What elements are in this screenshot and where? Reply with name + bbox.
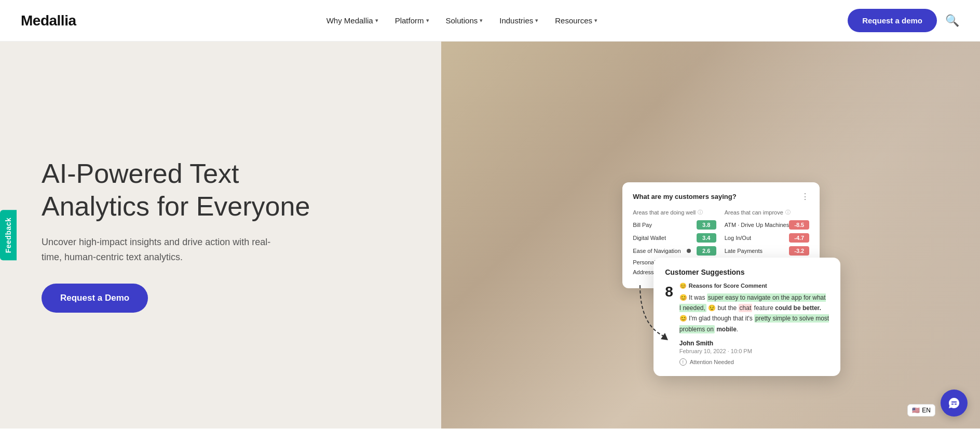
search-button[interactable]: 🔍	[945, 14, 959, 28]
nav-item-solutions[interactable]: Solutions ▾	[440, 12, 489, 29]
arrow-connector	[630, 285, 671, 347]
metric-row: Digital Wallet 3.4	[633, 233, 716, 243]
chevron-down-icon: ▾	[594, 17, 597, 24]
nav-item-platform[interactable]: Platform ▾	[389, 12, 435, 29]
analytics-card-header: What are my customers saying? ⋮	[633, 192, 809, 202]
flag-icon: 🇺🇸	[912, 407, 920, 414]
logo: Medallia	[21, 12, 76, 29]
nav-right: Request a demo 🔍	[848, 9, 959, 32]
nav-industries-label: Industries	[499, 16, 533, 25]
comment-text: 😊 It was super easy to navigate on the a…	[679, 292, 829, 335]
smiley-icon: 😊	[679, 283, 687, 289]
analytics-card-title: What are my customers saying?	[633, 193, 736, 200]
metric-label: Bill Pay	[633, 222, 652, 228]
score-row: 8 😊 Reasons for Score Comment 😊 It was s…	[665, 283, 829, 366]
svg-marker-0	[661, 333, 668, 340]
metric-row: Late Payments -3.2	[725, 246, 809, 256]
metric-row: Log In/Out -4.7	[725, 233, 809, 243]
request-demo-button[interactable]: Request a demo	[848, 9, 937, 32]
hero-cta-button[interactable]: Request a Demo	[42, 284, 148, 313]
metric-score: -3.2	[789, 246, 809, 256]
chevron-down-icon: ▾	[375, 17, 378, 24]
metric-dot	[687, 249, 691, 253]
more-options-icon[interactable]: ⋮	[801, 192, 809, 202]
chevron-down-icon: ▾	[426, 17, 429, 24]
metric-label: Log In/Out	[725, 235, 751, 241]
suggestions-card: Customer Suggestions 8 😊 Reasons for Sco…	[654, 258, 840, 377]
nav-why-medallia-label: Why Medallia	[326, 16, 373, 25]
chat-icon	[948, 397, 960, 409]
metric-label: Late Payments	[725, 248, 763, 254]
doing-well-header: Areas that are doing well ⓘ	[633, 209, 716, 216]
metric-label: Ease of Navigation	[633, 248, 680, 254]
feedback-tab[interactable]: Feedback	[0, 210, 17, 260]
suggestions-title: Customer Suggestions	[665, 268, 829, 276]
frown-icon-inline: 😟	[708, 304, 716, 312]
nav-item-industries[interactable]: Industries ▾	[493, 12, 545, 29]
info-icon: ⓘ	[698, 209, 703, 216]
attention-label: Attention Needed	[690, 359, 734, 365]
nav-item-why-medallia[interactable]: Why Medallia ▾	[320, 12, 385, 29]
language-code: EN	[922, 407, 931, 414]
comment-date: February 10, 2022 · 10:0 PM	[679, 348, 829, 354]
nav-platform-label: Platform	[395, 16, 424, 25]
metric-label: ATM · Drive Up Machines	[725, 222, 790, 228]
smiley-icon-inline: 😊	[679, 294, 687, 301]
chat-bubble-button[interactable]	[941, 390, 968, 417]
hero-subtitle: Uncover high-impact insights and drive a…	[42, 235, 291, 265]
hero-section: Feedback AI-Powered Text Analytics for E…	[0, 42, 980, 428]
metric-score: 2.6	[697, 246, 716, 256]
hero-title: AI-Powered Text Analytics for Everyone	[42, 157, 311, 222]
metric-score: 3.8	[697, 220, 716, 230]
nav-solutions-label: Solutions	[446, 16, 478, 25]
search-icon: 🔍	[945, 14, 959, 27]
metric-row: ATM · Drive Up Machines -8.5	[725, 220, 809, 230]
highlight-red: chat	[739, 304, 753, 312]
comment-label: 😊 Reasons for Score Comment	[679, 283, 829, 289]
metric-row: Ease of Navigation 2.6	[633, 246, 716, 256]
attention-icon: !	[679, 358, 687, 366]
metric-score: 3.4	[697, 233, 716, 243]
metric-row: Bill Pay 3.8	[633, 220, 716, 230]
attention-badge: ! Attention Needed	[679, 358, 829, 366]
improve-header: Areas that can improve ⓘ	[725, 209, 809, 216]
chevron-down-icon: ▾	[480, 17, 483, 24]
hero-content: AI-Powered Text Analytics for Everyone U…	[0, 157, 353, 312]
nav-item-resources[interactable]: Resources ▾	[549, 12, 604, 29]
highlight-green-2: pretty simple to solve most problems on	[679, 314, 829, 333]
info-icon: ⓘ	[785, 209, 791, 216]
dashboard-area: What are my customers saying? ⋮ Areas th…	[622, 182, 882, 288]
chevron-down-icon: ▾	[535, 17, 538, 24]
navbar: Medallia Why Medallia ▾ Platform ▾ Solut…	[0, 0, 980, 42]
nav-resources-label: Resources	[555, 16, 592, 25]
language-selector[interactable]: 🇺🇸 EN	[907, 404, 935, 417]
metric-score: -4.7	[789, 233, 809, 243]
comment-area: 😊 Reasons for Score Comment 😊 It was sup…	[679, 283, 829, 366]
nav-links: Why Medallia ▾ Platform ▾ Solutions ▾ In…	[320, 12, 604, 29]
smiley-icon-inline-2: 😊	[679, 315, 687, 322]
metric-score: -8.5	[789, 220, 809, 230]
comment-author: John Smith	[679, 340, 829, 347]
metric-label: Digital Wallet	[633, 235, 666, 241]
